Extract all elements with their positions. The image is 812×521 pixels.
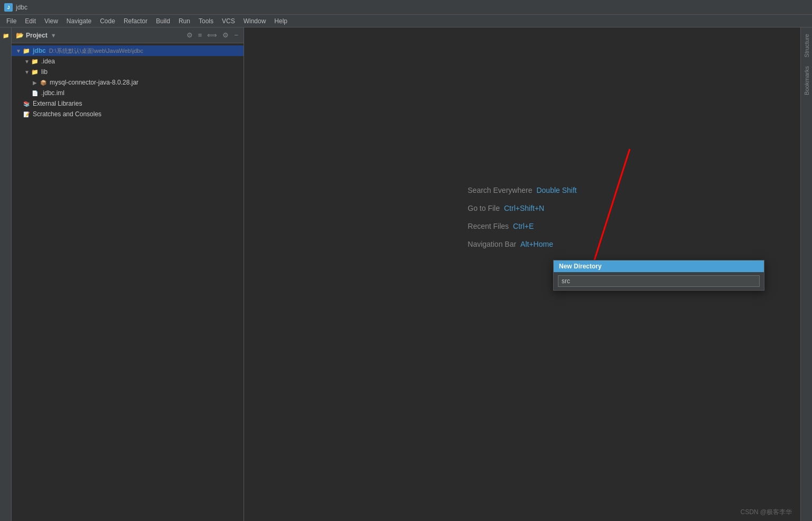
title-bar: J jdbc bbox=[0, 0, 812, 15]
left-sidebar: 📁 bbox=[0, 27, 12, 521]
menu-item-navigate[interactable]: Navigate bbox=[62, 16, 96, 26]
main-layout: 📁 📂 Project ▼ ⚙ ≡ ⟺ ⚙ − ▼ 📁 jdbc D bbox=[0, 27, 812, 521]
menu-item-view[interactable]: View bbox=[40, 16, 62, 26]
shortcut-nav: Navigation Bar Alt+Home bbox=[468, 240, 576, 248]
project-title: 📂 Project ▼ bbox=[16, 32, 57, 39]
new-dir-dialog-title: New Directory bbox=[554, 260, 764, 272]
new-dir-input[interactable] bbox=[558, 275, 760, 287]
menu-item-code[interactable]: Code bbox=[96, 16, 119, 26]
menu-item-vcs[interactable]: VCS bbox=[218, 16, 239, 26]
tree-item-scratches[interactable]: ▶ 📝 Scratches and Consoles bbox=[12, 109, 244, 119]
expand-icon[interactable]: ⟺ bbox=[206, 30, 218, 40]
watermark: CSDN @极客李华 bbox=[740, 508, 792, 517]
menu-item-tools[interactable]: Tools bbox=[194, 16, 218, 26]
list-icon[interactable]: ≡ bbox=[197, 30, 203, 40]
right-sidebar: Structure Bookmarks bbox=[800, 27, 812, 521]
app-icon: J bbox=[4, 3, 13, 12]
menu-item-help[interactable]: Help bbox=[270, 16, 292, 26]
tree-item-mysql-jar[interactable]: ▶ 📦 mysql-connector-java-8.0.28.jar bbox=[12, 77, 244, 88]
shortcut-recent: Recent Files Ctrl+E bbox=[468, 222, 576, 230]
project-icon[interactable]: 📁 bbox=[1, 31, 11, 40]
tree-item-external-libs[interactable]: ▶ 📚 External Libraries bbox=[12, 98, 244, 109]
config-icon[interactable]: ⚙ bbox=[221, 30, 230, 40]
shortcut-search: Search Everywhere Double Shift bbox=[468, 186, 576, 194]
window-title: jdbc bbox=[16, 4, 27, 11]
minimize-icon[interactable]: − bbox=[233, 30, 239, 40]
tree-item-idea[interactable]: ▼ 📁 .idea bbox=[12, 56, 244, 67]
project-header-icons: ⚙ ≡ ⟺ ⚙ − bbox=[185, 30, 239, 40]
shortcut-goto: Go to File Ctrl+Shift+N bbox=[468, 204, 576, 212]
project-panel: 📂 Project ▼ ⚙ ≡ ⟺ ⚙ − ▼ 📁 jdbc D:\系统默认\桌… bbox=[12, 27, 244, 521]
shortcuts-panel: Search Everywhere Double Shift Go to Fil… bbox=[468, 186, 576, 248]
svg-line-0 bbox=[593, 149, 630, 265]
settings-icon[interactable]: ⚙ bbox=[185, 30, 194, 40]
menu-item-edit[interactable]: Edit bbox=[21, 16, 40, 26]
menu-item-refactor[interactable]: Refactor bbox=[119, 16, 152, 26]
menu-bar: FileEditViewNavigateCodeRefactorBuildRun… bbox=[0, 15, 812, 27]
main-content: Search Everywhere Double Shift Go to Fil… bbox=[244, 27, 800, 521]
new-directory-dialog: New Directory bbox=[553, 260, 764, 291]
menu-item-build[interactable]: Build bbox=[152, 16, 174, 26]
bookmarks-tab[interactable]: Bookmarks bbox=[801, 62, 812, 99]
tree-item-jdbc[interactable]: ▼ 📁 jdbc D:\系统默认\桌面\web\JavaWeb\jdbc bbox=[12, 45, 244, 56]
tree-item-lib[interactable]: ▼ 📁 lib bbox=[12, 67, 244, 77]
menu-item-file[interactable]: File bbox=[2, 16, 21, 26]
new-dir-input-wrap bbox=[554, 272, 764, 290]
project-tree: ▼ 📁 jdbc D:\系统默认\桌面\web\JavaWeb\jdbc ▼ 📁… bbox=[12, 43, 244, 521]
project-header: 📂 Project ▼ ⚙ ≡ ⟺ ⚙ − bbox=[12, 27, 244, 43]
tree-item-iml[interactable]: ▶ 📄 .jdbc.iml bbox=[12, 88, 244, 98]
menu-item-window[interactable]: Window bbox=[239, 16, 270, 26]
structure-tab[interactable]: Structure bbox=[801, 30, 812, 62]
menu-item-run[interactable]: Run bbox=[174, 16, 194, 26]
